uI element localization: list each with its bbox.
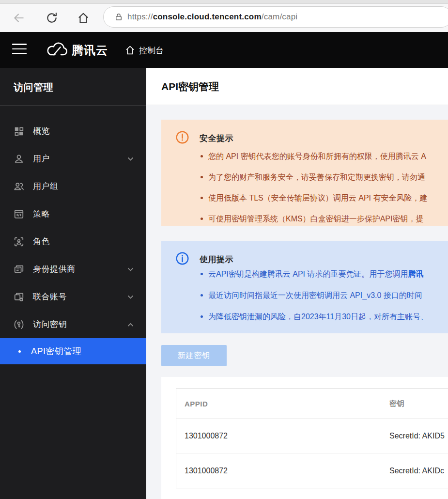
usage-alert-bullet-text: 云API密钥是构建腾讯云 API 请求的重要凭证。用于您调用 <box>208 270 408 278</box>
federated-account-icon <box>14 292 24 302</box>
table-row[interactable]: 1301000872 SecretId: AKIDc <box>176 453 448 488</box>
main-content: 安全提示 您的 API 密钥代表您的账号身份和所拥有的权限，使用腾讯云 A 为了… <box>146 105 448 499</box>
keys-card: APPID 密钥 1301000872 SecretId: AKID5 1301… <box>161 377 448 499</box>
secret-id-cell: SecretId: AKID5 <box>389 432 448 440</box>
window-top-strip <box>0 0 448 4</box>
security-alert-list: 您的 API 密钥代表您的账号身份和所拥有的权限，使用腾讯云 A 为了您的财产和… <box>201 146 427 229</box>
appid-cell: 1301000872 <box>176 432 389 440</box>
create-key-button[interactable]: 新建密钥 <box>161 345 227 366</box>
app-header: 腾讯云 控制台 <box>0 32 448 68</box>
sidebar-item-label: 策略 <box>33 208 50 219</box>
user-icon <box>14 154 24 164</box>
url-host: console.cloud.tencent.com <box>153 12 262 21</box>
tencent-cloud-logo-icon[interactable] <box>46 42 68 58</box>
security-alert-title: 安全提示 <box>200 133 233 144</box>
chevron-down-icon <box>127 295 134 299</box>
sidebar-item-users[interactable]: 用户 <box>0 145 146 172</box>
sidebar-subitem-api-key-management[interactable]: API密钥管理 <box>0 338 146 364</box>
appid-cell: 1301000872 <box>176 467 389 475</box>
column-header-appid: APPID <box>176 400 389 408</box>
usage-alert-bullet: 为降低密钥泄漏的风险，自2023年11月30日起，对所有主账号、 <box>201 306 428 327</box>
menu-hamburger-icon[interactable] <box>12 44 27 56</box>
column-header-secret: 密钥 <box>389 399 448 408</box>
sidebar-item-label: 角色 <box>33 236 50 247</box>
url-text: https://console.cloud.tencent.com/cam/ca… <box>127 12 297 22</box>
back-icon[interactable] <box>13 12 25 24</box>
sidebar-item-access-keys[interactable]: 访问密钥 <box>0 311 146 338</box>
sidebar-item-label: 用户 <box>33 153 50 164</box>
sidebar-item-label: 访问密钥 <box>33 319 67 330</box>
sidebar-item-roles[interactable]: 角色 <box>0 228 146 255</box>
chevron-down-icon <box>127 267 134 272</box>
table-row[interactable]: 1301000872 SecretId: AKID5 <box>176 419 448 453</box>
usage-alert-bullet: 最近访问时间指最近一次使用密钥调用云 API_v3.0 接口的时间 <box>201 285 428 306</box>
usage-alert-link[interactable]: 腾讯 <box>408 270 423 278</box>
sidebar-item-policies[interactable]: 策略 <box>0 200 146 228</box>
usage-alert: 使用提示 云API密钥是构建腾讯云 API 请求的重要凭证。用于您调用腾讯 最近… <box>161 241 448 333</box>
sidebar-item-label: 概览 <box>33 125 50 137</box>
home-icon[interactable] <box>77 12 90 24</box>
browser-toolbar: https://console.cloud.tencent.com/cam/ca… <box>0 0 448 32</box>
sidebar-nav: 概览 用户 用户组 <box>0 117 146 364</box>
table-header-row: APPID 密钥 <box>176 389 448 419</box>
url-path: /cam/capi <box>262 12 298 21</box>
access-key-icon <box>14 319 24 330</box>
sidebar-item-label: 联合账号 <box>33 291 67 302</box>
role-icon <box>14 236 24 247</box>
sidebar-item-identity-providers[interactable]: 身份提供商 <box>0 255 146 283</box>
warning-icon <box>176 131 189 144</box>
security-alert: 安全提示 您的 API 密钥代表您的账号身份和所拥有的权限，使用腾讯云 A 为了… <box>161 120 448 226</box>
sidebar-title: 访问管理 <box>14 81 53 94</box>
refresh-icon[interactable] <box>46 12 58 24</box>
lock-icon[interactable] <box>114 12 123 22</box>
page-title: API密钥管理 <box>161 68 219 105</box>
user-group-icon <box>14 181 24 192</box>
sidebar: 访问管理 概览 用户 <box>0 68 146 499</box>
usage-alert-bullet: 云API密钥是构建腾讯云 API 请求的重要凭证。用于您调用腾讯 <box>201 264 428 285</box>
address-bar[interactable]: https://console.cloud.tencent.com/cam/ca… <box>103 6 448 28</box>
page-title-bar: API密钥管理 <box>146 68 448 105</box>
sidebar-item-federated-accounts[interactable]: 联合账号 <box>0 283 146 311</box>
identity-provider-icon <box>14 264 24 275</box>
overview-grid-icon <box>14 126 24 137</box>
security-alert-bullet: 为了您的财产和服务安全，请妥善保存和定期更换密钥，请勿通 <box>201 167 427 187</box>
sidebar-item-label: 身份提供商 <box>33 264 76 275</box>
security-alert-bullet: 您的 API 密钥代表您的账号身份和所拥有的权限，使用腾讯云 A <box>201 146 427 167</box>
sidebar-item-overview[interactable]: 概览 <box>0 117 146 145</box>
chevron-down-icon <box>127 157 134 161</box>
security-alert-bullet: 可使用密钥管理系统（KMS）白盒密钥进一步保护API密钥，提 <box>201 208 427 229</box>
policy-code-icon <box>14 209 24 219</box>
main-area: API密钥管理 安全提示 您的 API 密钥代表您的账号身份和所拥有的权限，使用… <box>146 68 448 499</box>
usage-alert-list: 云API密钥是构建腾讯云 API 请求的重要凭证。用于您调用腾讯 最近访问时间指… <box>201 264 428 327</box>
active-bullet-dot <box>18 350 21 353</box>
security-alert-bullet: 使用低版本 TLS（安全传输层协议）调用云 API 有安全风险，建 <box>201 187 427 208</box>
info-icon <box>176 252 189 265</box>
sidebar-subitem-label: API密钥管理 <box>31 345 82 357</box>
keys-table: APPID 密钥 1301000872 SecretId: AKID5 1301… <box>176 388 448 488</box>
brand-title[interactable]: 腾讯云 <box>72 43 108 58</box>
sidebar-item-user-groups[interactable]: 用户组 <box>0 172 146 200</box>
url-scheme: https:// <box>127 12 153 21</box>
sidebar-divider <box>0 105 146 106</box>
sidebar-item-label: 用户组 <box>33 181 59 192</box>
console-link[interactable]: 控制台 <box>139 45 164 56</box>
secret-id-cell: SecretId: AKIDc <box>389 467 448 475</box>
chevron-up-icon <box>127 323 134 327</box>
console-home-icon[interactable] <box>125 45 135 55</box>
